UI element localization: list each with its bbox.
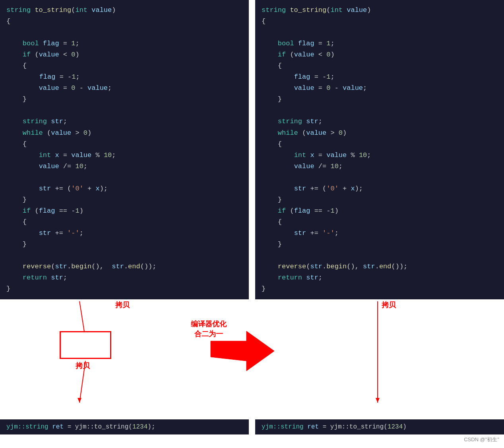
right-code-panel: string to_string(int value) { bool flag … (255, 0, 504, 299)
copy-rect (60, 331, 111, 359)
csdn-watermark: CSDN @"初生" (464, 436, 499, 443)
kaobei-label-3: 拷贝 (382, 300, 396, 310)
kaobei-label-2: 拷贝 (76, 361, 90, 370)
left-code-panel: string to_string(int value) { bool flag … (0, 0, 249, 299)
right-code-pre: string to_string(int value) { bool flag … (262, 5, 498, 295)
left-code-pre: string to_string(int value) { bool flag … (6, 5, 242, 295)
bianyi-label: 编译器优化 合二为一 (191, 319, 227, 339)
bottom-code-bar: yjm::string ret = yjm::to_string(1234); … (0, 419, 504, 434)
svg-marker-5 (376, 398, 380, 403)
bottom-code-right: yjm::string ret = yjm::to_string(1234) (255, 419, 504, 434)
kaobei-label-1: 拷贝 (115, 300, 130, 310)
code-panels: string to_string(int value) { bool flag … (0, 0, 504, 299)
annotation-area: 拷贝 拷贝 编译器优化 合二为一 拷贝 yjm::string ret = yj… (0, 299, 504, 446)
main-container: string to_string(int value) { bool flag … (0, 0, 504, 448)
svg-marker-3 (78, 398, 81, 403)
bottom-code-left: yjm::string ret = yjm::to_string(1234); (0, 419, 249, 434)
